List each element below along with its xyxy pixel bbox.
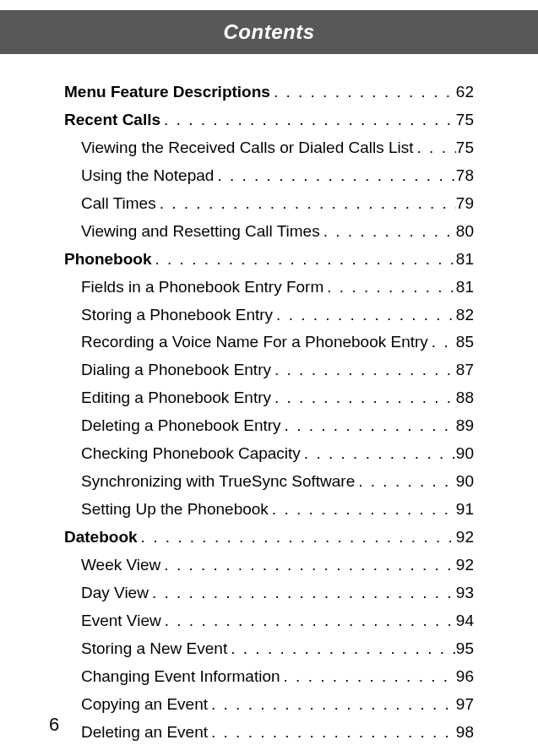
- toc-entry-title: Editing a Phonebook Entry: [81, 385, 271, 410]
- toc-leader-dots: [320, 219, 456, 243]
- toc-entry-title: Recent Calls: [64, 107, 160, 132]
- toc-entry: Event View94: [64, 608, 474, 633]
- toc-entry: Viewing and Resetting Call Times80: [64, 219, 474, 243]
- toc-leader-dots: [271, 357, 456, 382]
- toc-entry-title: Copying an Event: [81, 692, 208, 716]
- header-bar: Contents: [0, 10, 538, 54]
- toc-entry-title: Viewing and Resetting Call Times: [81, 219, 320, 243]
- toc-entry: Menu Feature Descriptions62: [64, 79, 474, 104]
- toc-entry-page: 75: [456, 135, 474, 160]
- page-number: 6: [49, 714, 59, 736]
- toc-entry-page: 93: [456, 580, 474, 605]
- toc-entry: Storing a Phonebook Entry82: [64, 302, 474, 327]
- toc-leader-dots: [281, 413, 456, 438]
- toc-entry-title: Call Times: [81, 191, 156, 215]
- toc-leader-dots: [273, 302, 456, 327]
- toc-entry: Week View92: [64, 552, 474, 577]
- toc-entry: Deleting an Event98: [64, 720, 474, 744]
- toc-entry-page: 94: [456, 608, 474, 633]
- toc-entry-title: Viewing the Received Calls or Dialed Cal…: [81, 135, 414, 160]
- toc-entry-page: 91: [456, 497, 474, 521]
- toc-leader-dots: [156, 191, 456, 215]
- toc-entry-page: 90: [456, 441, 474, 465]
- toc-entry: Synchronizing with TrueSync Software90: [64, 469, 474, 493]
- toc-entry-title: Changing Event Information: [81, 664, 280, 688]
- toc-leader-dots: [160, 552, 456, 577]
- toc-entry-page: 98: [456, 720, 474, 744]
- toc-entry-title: Phonebook: [64, 247, 151, 271]
- table-of-contents: Menu Feature Descriptions62Recent Calls7…: [0, 54, 538, 744]
- toc-entry-page: 81: [456, 275, 474, 299]
- toc-entry: Checking Phonebook Capacity90: [64, 441, 474, 465]
- toc-entry-page: 85: [456, 329, 474, 354]
- toc-entry: Fields in a Phonebook Entry Form81: [64, 275, 474, 299]
- toc-entry-title: Recording a Voice Name For a Phonebook E…: [81, 329, 428, 354]
- toc-leader-dots: [270, 79, 456, 104]
- toc-entry-page: 92: [456, 525, 474, 549]
- toc-entry-page: 79: [456, 191, 474, 215]
- toc-entry-page: 96: [456, 664, 474, 688]
- toc-entry-title: Setting Up the Phonebook: [81, 497, 269, 521]
- toc-leader-dots: [271, 385, 456, 410]
- toc-leader-dots: [151, 247, 455, 271]
- toc-entry-title: Datebook: [64, 525, 138, 549]
- toc-entry-page: 88: [456, 385, 474, 410]
- toc-entry-page: 87: [456, 357, 474, 382]
- toc-leader-dots: [208, 720, 456, 744]
- toc-entry: Editing a Phonebook Entry88: [64, 385, 474, 410]
- toc-entry-title: Storing a New Event: [81, 636, 227, 661]
- toc-leader-dots: [323, 275, 456, 299]
- toc-entry-page: 75: [456, 107, 474, 132]
- toc-leader-dots: [428, 329, 456, 354]
- toc-leader-dots: [355, 469, 456, 493]
- toc-entry-title: Synchronizing with TrueSync Software: [81, 469, 355, 493]
- toc-entry-title: Deleting an Event: [81, 720, 208, 744]
- toc-entry-title: Week View: [81, 552, 160, 577]
- toc-entry-page: 81: [456, 247, 474, 271]
- toc-leader-dots: [214, 163, 455, 188]
- toc-entry-page: 82: [456, 302, 474, 327]
- toc-leader-dots: [301, 441, 456, 465]
- toc-leader-dots: [269, 497, 456, 521]
- toc-leader-dots: [138, 525, 456, 549]
- toc-leader-dots: [227, 636, 456, 661]
- toc-entry-title: Menu Feature Descriptions: [64, 79, 270, 104]
- toc-entry: Phonebook81: [64, 247, 474, 271]
- toc-entry: Recent Calls75: [64, 107, 474, 132]
- toc-entry-page: 92: [456, 552, 474, 577]
- toc-entry-page: 90: [456, 469, 474, 493]
- toc-entry: Using the Notepad78: [64, 163, 474, 188]
- toc-leader-dots: [160, 107, 456, 132]
- toc-entry-page: 80: [456, 219, 474, 243]
- toc-entry-title: Fields in a Phonebook Entry Form: [81, 275, 323, 299]
- toc-entry-title: Storing a Phonebook Entry: [81, 302, 273, 327]
- toc-entry: Copying an Event97: [64, 692, 474, 716]
- toc-leader-dots: [149, 580, 456, 605]
- toc-entry-title: Deleting a Phonebook Entry: [81, 413, 281, 438]
- toc-entry: Deleting a Phonebook Entry89: [64, 413, 474, 438]
- page-title: Contents: [224, 20, 315, 43]
- toc-entry: Call Times79: [64, 191, 474, 215]
- toc-leader-dots: [414, 135, 456, 160]
- toc-entry-page: 78: [456, 163, 474, 188]
- toc-entry-page: 95: [456, 636, 474, 661]
- toc-entry-title: Checking Phonebook Capacity: [81, 441, 301, 465]
- toc-entry-title: Dialing a Phonebook Entry: [81, 357, 271, 382]
- toc-entry: Day View93: [64, 580, 474, 605]
- toc-leader-dots: [161, 608, 456, 633]
- toc-entry: Storing a New Event95: [64, 636, 474, 661]
- toc-entry: Setting Up the Phonebook91: [64, 497, 474, 521]
- toc-entry: Changing Event Information96: [64, 664, 474, 688]
- toc-entry: Recording a Voice Name For a Phonebook E…: [64, 329, 474, 354]
- toc-entry-title: Day View: [81, 580, 149, 605]
- toc-entry-title: Event View: [81, 608, 161, 633]
- toc-leader-dots: [280, 664, 456, 688]
- toc-entry-page: 97: [456, 692, 474, 716]
- toc-entry: Datebook92: [64, 525, 474, 549]
- toc-leader-dots: [208, 692, 456, 716]
- toc-entry-page: 62: [456, 79, 474, 104]
- toc-entry-page: 89: [456, 413, 474, 438]
- toc-entry: Viewing the Received Calls or Dialed Cal…: [64, 135, 474, 160]
- toc-entry-title: Using the Notepad: [81, 163, 214, 188]
- toc-entry: Dialing a Phonebook Entry87: [64, 357, 474, 382]
